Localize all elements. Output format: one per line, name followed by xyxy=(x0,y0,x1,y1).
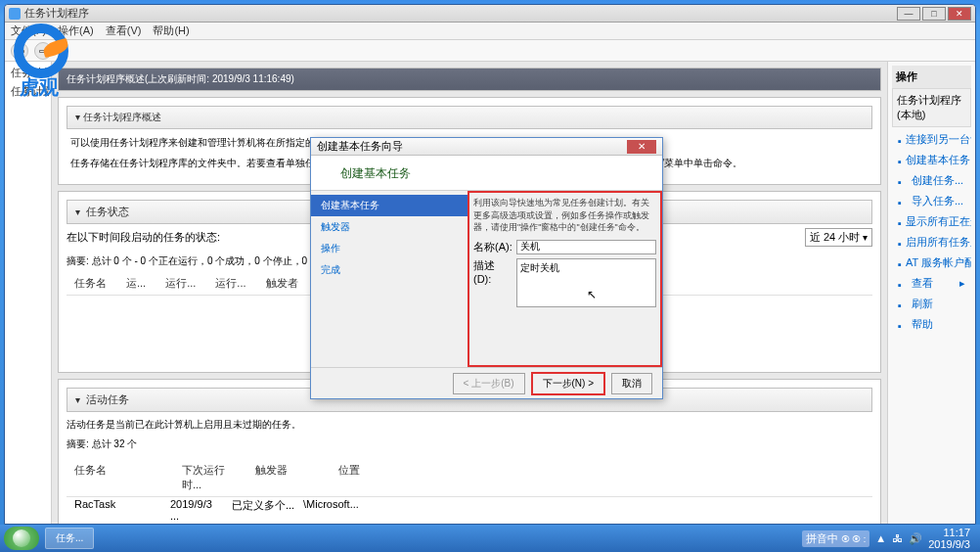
ime-indicator[interactable]: 拼音中 ⦿ ⦿ : xyxy=(802,530,869,547)
action-icon: ▪ xyxy=(898,258,902,268)
dialog-close-button[interactable]: ✕ xyxy=(627,140,656,154)
action-item[interactable]: ▪启用所有任务历史记录 xyxy=(892,232,971,253)
name-label: 名称(A): xyxy=(473,240,512,254)
tray-flag-icon[interactable]: ▲ xyxy=(875,532,886,544)
active-columns: 任务名 下次运行时... 触发器 位置 xyxy=(67,459,872,497)
app-icon xyxy=(9,8,21,20)
action-icon: ▪ xyxy=(898,135,902,145)
step-basic[interactable]: 创建基本任务 xyxy=(311,195,468,216)
taskbar: 任务... 拼音中 ⦿ ⦿ : ▲ 🖧 🔊 11:17 2019/9/3 xyxy=(0,525,980,552)
form-hint: 利用该向导快速地为常见任务创建计划。有关更多高级选项或设置，例如多任务操作或触发… xyxy=(473,197,656,234)
active-summary: 摘要: 总计 32 个 xyxy=(67,437,872,459)
dialog-titlebar: 创建基本任务向导 ✕ xyxy=(311,138,662,156)
cursor-icon: ↖ xyxy=(587,288,597,301)
window-title: 任务计划程序 xyxy=(24,6,897,21)
action-item[interactable]: ▪刷新 xyxy=(892,294,971,314)
action-icon: ▪ xyxy=(898,217,902,227)
taskbar-app[interactable]: 任务... xyxy=(45,528,94,549)
next-button[interactable]: 下一步(N) > xyxy=(531,372,606,395)
dialog-buttons: < 上一步(B) 下一步(N) > 取消 xyxy=(311,367,662,398)
actions-subtitle: 任务计划程序 (本地) xyxy=(892,88,971,127)
dialog-banner: 创建基本任务 xyxy=(311,156,662,191)
toolbar: ⇦ ⇨ xyxy=(5,40,975,62)
actions-panel: 操作 任务计划程序 (本地) ▪连接到另一台计算机...▪创建基本任务...▪创… xyxy=(887,62,975,524)
action-item[interactable]: ▪创建任务... xyxy=(892,170,971,191)
step-finish[interactable]: 完成 xyxy=(311,259,468,281)
close-button[interactable]: ✕ xyxy=(948,7,971,21)
dialog-form: 利用该向导快速地为常见任务创建计划。有关更多高级选项或设置，例如多任务操作或触发… xyxy=(468,191,662,367)
desc-label: 描述(D): xyxy=(473,258,512,285)
action-icon: ▪ xyxy=(898,238,902,248)
action-icon: ▪ xyxy=(898,176,908,186)
action-item[interactable]: ▪AT 服务帐户配置 xyxy=(892,253,971,273)
table-row[interactable]: NvProfileUpdat...2019/9/3 ...在每天的 1...\ xyxy=(67,523,872,524)
tray-network-icon[interactable]: 🖧 xyxy=(892,532,903,544)
action-item[interactable]: ▪显示所有正在运行的... xyxy=(892,211,971,232)
prev-button: < 上一步(B) xyxy=(453,373,525,394)
maximize-button[interactable]: □ xyxy=(922,7,946,21)
menu-action[interactable]: 操作(A) xyxy=(58,23,94,38)
actions-title: 操作 xyxy=(892,66,971,88)
action-item[interactable]: ▪创建基本任务... xyxy=(892,150,971,170)
overview-sub: ▾ 任务计划程序概述 xyxy=(67,106,872,129)
action-icon: ▪ xyxy=(898,156,902,165)
action-item[interactable]: ▪导入任务... xyxy=(892,191,971,211)
action-icon: ▪ xyxy=(898,299,908,309)
action-icon: ▪ xyxy=(898,197,908,207)
action-icon: ▪ xyxy=(898,320,908,330)
action-icon: ▪ xyxy=(898,279,908,289)
tree-item[interactable]: 任务计划 xyxy=(7,64,49,82)
forward-button[interactable]: ⇨ xyxy=(34,42,52,60)
create-task-dialog: 创建基本任务向导 ✕ 创建基本任务 创建基本任务 触发器 操作 完成 利用该向导… xyxy=(310,137,663,399)
tree-item[interactable]: 任务计划 xyxy=(7,82,49,101)
active-task-list: RacTask2019/9/3 ...已定义多个...\Microsoft...… xyxy=(67,497,872,524)
dialog-title: 创建基本任务向导 xyxy=(317,139,627,154)
menu-view[interactable]: 查看(V) xyxy=(106,23,142,38)
period-combo[interactable]: 近 24 小时 ▾ xyxy=(805,228,872,247)
tree-panel: 任务计划 任务计划 xyxy=(5,62,52,524)
back-button[interactable]: ⇦ xyxy=(11,42,28,60)
step-action[interactable]: 操作 xyxy=(311,238,468,259)
window-controls: — □ ✕ xyxy=(897,7,971,21)
action-item[interactable]: ▪连接到另一台计算机... xyxy=(892,129,971,150)
menu-help[interactable]: 帮助(H) xyxy=(153,23,189,38)
status-prompt: 在以下时间段启动的任务的状态: xyxy=(67,230,220,245)
table-row[interactable]: RacTask2019/9/3 ...已定义多个...\Microsoft... xyxy=(67,497,872,523)
cancel-button[interactable]: 取消 xyxy=(611,373,652,394)
titlebar: 任务计划程序 — □ ✕ xyxy=(5,5,975,23)
tray-clock[interactable]: 11:17 2019/9/3 xyxy=(928,527,970,550)
action-item[interactable]: ▪查看 ▸ xyxy=(892,273,971,294)
action-item[interactable]: ▪帮助 xyxy=(892,314,971,335)
tray-volume-icon[interactable]: 🔊 xyxy=(909,532,922,545)
dialog-body: 创建基本任务 触发器 操作 完成 利用该向导快速地为常见任务创建计划。有关更多高… xyxy=(311,191,662,367)
menubar: 文件(F) 操作(A) 查看(V) 帮助(H) xyxy=(5,23,975,40)
name-input[interactable] xyxy=(516,240,656,254)
active-section: ▾ 活动任务 活动任务是当前已在此计算机上启用且未过期的任务。 摘要: 总计 3… xyxy=(58,379,881,524)
overview-header: 任务计划程序概述(上次刷新时间: 2019/9/3 11:16:49) xyxy=(58,68,881,91)
menu-file[interactable]: 文件(F) xyxy=(11,23,46,38)
active-desc: 活动任务是当前已在此计算机上启用且未过期的任务。 xyxy=(67,412,872,437)
step-trigger[interactable]: 触发器 xyxy=(311,216,468,238)
system-tray: 拼音中 ⦿ ⦿ : ▲ 🖧 🔊 11:17 2019/9/3 xyxy=(802,527,976,550)
dialog-steps: 创建基本任务 触发器 操作 完成 xyxy=(311,191,468,367)
minimize-button[interactable]: — xyxy=(897,7,920,21)
start-button[interactable] xyxy=(4,527,39,550)
